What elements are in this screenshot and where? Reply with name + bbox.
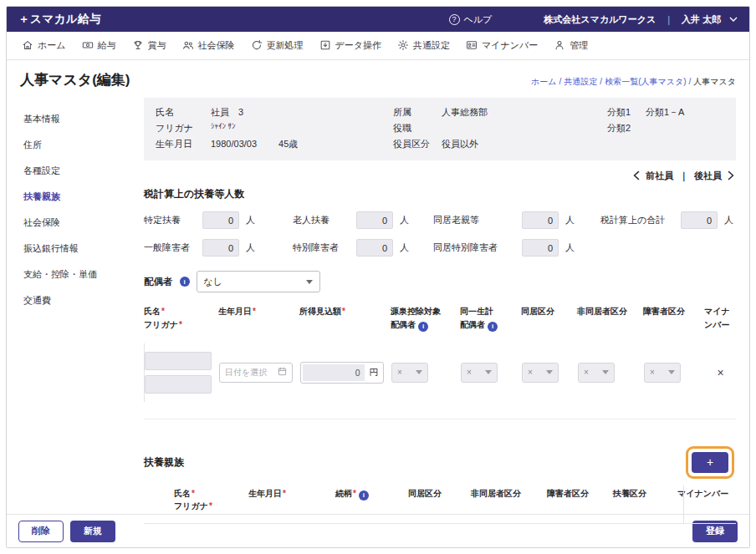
remove-row-button[interactable]: × bbox=[705, 366, 736, 379]
field-value: 役員以外 bbox=[442, 138, 607, 150]
header-separator: ｜ bbox=[664, 13, 673, 26]
unit-label: 人 bbox=[400, 214, 409, 226]
employee-pager: 前社員 ｜ 後社員 bbox=[146, 170, 734, 182]
cohabiting-elderly-input[interactable]: 0 bbox=[522, 211, 559, 229]
chevron-down-icon bbox=[416, 370, 422, 374]
info-icon[interactable]: i bbox=[180, 277, 190, 287]
spouse-form-row: 日付を選択 0 円 × × × × × × bbox=[144, 343, 736, 402]
breadcrumb: ホーム/共通設定/検索一覧(人事マスタ)/人事マスタ bbox=[531, 76, 736, 88]
new-button[interactable]: 新規 bbox=[70, 521, 115, 542]
unit-label: 人 bbox=[565, 241, 575, 254]
breadcrumb-common-settings[interactable]: 共通設定 bbox=[564, 77, 597, 86]
dependents-section-title: 扶養親族 bbox=[144, 455, 184, 470]
sidebar-item-address[interactable]: 住所 bbox=[20, 132, 135, 158]
sidebar-item-basic-info[interactable]: 基本情報 bbox=[20, 106, 135, 132]
nav-item-salary[interactable]: 給与 bbox=[82, 39, 116, 53]
info-icon[interactable]: i bbox=[488, 322, 498, 332]
unit-label: 人 bbox=[565, 214, 575, 226]
general-disability-input[interactable]: 0 bbox=[202, 239, 239, 257]
tax-counts-grid: 特定扶養0人 老人扶養0人 同居老親等0人 税計算上の合計0人 一般障害者0人 … bbox=[144, 211, 736, 257]
refresh-icon bbox=[251, 39, 263, 53]
company-name: 株式会社スマカルワークス bbox=[544, 13, 656, 26]
chevron-down-icon bbox=[668, 370, 675, 374]
chevron-down-icon bbox=[306, 280, 313, 284]
main-nav: ホーム 給与 賞与 社会保険 更新処理 データ操作 共通設定 マイナンバー bbox=[7, 32, 749, 60]
field-label: 役員区分 bbox=[393, 138, 442, 150]
help-button[interactable]: ? ヘルプ bbox=[449, 13, 493, 26]
breadcrumb-current: 人事マスタ bbox=[693, 77, 736, 86]
chevron-down-icon[interactable] bbox=[729, 17, 738, 22]
field-label: 税計算上の合計 bbox=[600, 214, 674, 226]
spouse-income-input[interactable]: 0 円 bbox=[300, 362, 384, 384]
breadcrumb-home[interactable]: ホーム bbox=[531, 77, 556, 86]
field-value bbox=[646, 122, 724, 135]
calendar-icon bbox=[278, 367, 287, 378]
spouse-select[interactable]: なし bbox=[197, 271, 320, 292]
employee-age: 45歳 bbox=[278, 139, 298, 149]
banknote-icon bbox=[82, 39, 94, 53]
spouse-table: 氏名*フリガナ* 生年月日* 所得見込額* 源泉控除対象配偶者i 同一生計配偶者… bbox=[144, 305, 736, 419]
spouse-furigana-input[interactable] bbox=[145, 375, 212, 394]
pager-divider: ｜ bbox=[679, 170, 688, 182]
same-livelihood-spouse-select[interactable]: × bbox=[461, 363, 498, 383]
tax-section-title: 税計算上の扶養等人数 bbox=[144, 187, 736, 201]
field-label: 老人扶養 bbox=[293, 214, 350, 226]
next-employee-link[interactable]: 後社員 bbox=[694, 170, 722, 182]
nav-item-social-insurance[interactable]: 社会保険 bbox=[182, 39, 235, 53]
unit-label: 人 bbox=[246, 241, 255, 254]
cohabitation-select[interactable]: × bbox=[522, 363, 559, 383]
spouse-birthdate-input[interactable]: 日付を選択 bbox=[219, 363, 293, 383]
field-label: 役職 bbox=[393, 122, 442, 135]
page-title: 人事マスタ(編集) bbox=[20, 70, 130, 89]
field-label: 同居特別障害者 bbox=[433, 241, 515, 254]
withholding-spouse-select[interactable]: × bbox=[391, 363, 428, 383]
specified-dependents-input[interactable]: 0 bbox=[202, 211, 239, 229]
sidebar-item-pay-deduction-unit[interactable]: 支給・控除・単価 bbox=[20, 262, 135, 287]
user-menu[interactable]: 入井 太郎 bbox=[682, 13, 721, 26]
nav-item-update[interactable]: 更新処理 bbox=[251, 39, 304, 53]
add-dependent-button[interactable]: + bbox=[692, 452, 728, 473]
tax-total-input[interactable]: 0 bbox=[681, 211, 718, 229]
sidebar-item-various-settings[interactable]: 各種設定 bbox=[20, 158, 135, 184]
field-value bbox=[442, 122, 607, 135]
field-label: 分類2 bbox=[607, 122, 646, 135]
chevron-down-icon bbox=[546, 370, 553, 374]
nav-item-admin[interactable]: 管理 bbox=[554, 39, 588, 53]
sidebar-item-social-insurance[interactable]: 社会保険 bbox=[20, 210, 135, 236]
person-icon bbox=[554, 39, 565, 53]
field-value: 人事総務部 bbox=[442, 106, 607, 119]
sidebar-item-commute[interactable]: 交通費 bbox=[20, 287, 135, 313]
nav-item-home[interactable]: ホーム bbox=[22, 39, 66, 53]
field-value: 社員 3 bbox=[211, 106, 393, 119]
chevron-left-icon[interactable] bbox=[633, 170, 640, 182]
chevron-right-icon[interactable] bbox=[728, 170, 734, 182]
sidebar-item-dependents[interactable]: 扶養親族 bbox=[20, 184, 135, 210]
special-disability-input[interactable]: 0 bbox=[356, 239, 393, 257]
section-sidebar: 基本情報 住所 各種設定 扶養親族 社会保険 振込銀行情報 支給・控除・単価 交… bbox=[20, 93, 135, 514]
disability-select[interactable]: × bbox=[644, 363, 681, 383]
spouse-name-input[interactable] bbox=[145, 352, 212, 370]
nav-item-mynumber[interactable]: マイナンバー bbox=[466, 39, 538, 53]
info-icon[interactable]: i bbox=[418, 322, 428, 332]
non-cohabitation-select[interactable]: × bbox=[578, 363, 615, 383]
nav-item-bonus[interactable]: 賞与 bbox=[132, 39, 166, 53]
cohabiting-special-disability-input[interactable]: 0 bbox=[522, 239, 559, 257]
annotation-highlight: + bbox=[686, 446, 734, 479]
elderly-dependents-input[interactable]: 0 bbox=[356, 211, 393, 229]
delete-button[interactable]: 削除 bbox=[18, 521, 64, 542]
field-label: 生年月日 bbox=[156, 138, 211, 150]
field-label: 一般障害者 bbox=[144, 241, 196, 254]
home-icon bbox=[22, 39, 33, 53]
sidebar-item-bank-transfer[interactable]: 振込銀行情報 bbox=[20, 236, 135, 262]
info-icon[interactable]: i bbox=[359, 490, 369, 501]
breadcrumb-search-list[interactable]: 検索一覧(人事マスタ) bbox=[605, 77, 686, 86]
people-icon bbox=[182, 39, 194, 53]
app-logo: ＋スマカル給与 bbox=[18, 12, 101, 27]
prev-employee-link[interactable]: 前社員 bbox=[646, 170, 673, 182]
app-window: ＋スマカル給与 ? ヘルプ 株式会社スマカルワークス ｜ 入井 太郎 ホーム 給… bbox=[6, 6, 750, 548]
chevron-down-icon bbox=[485, 370, 492, 374]
nav-item-data-ops[interactable]: データ操作 bbox=[319, 39, 382, 53]
nav-item-common-settings[interactable]: 共通設定 bbox=[397, 39, 450, 53]
unit-label: 人 bbox=[724, 214, 733, 226]
unit-label: 人 bbox=[246, 214, 255, 226]
